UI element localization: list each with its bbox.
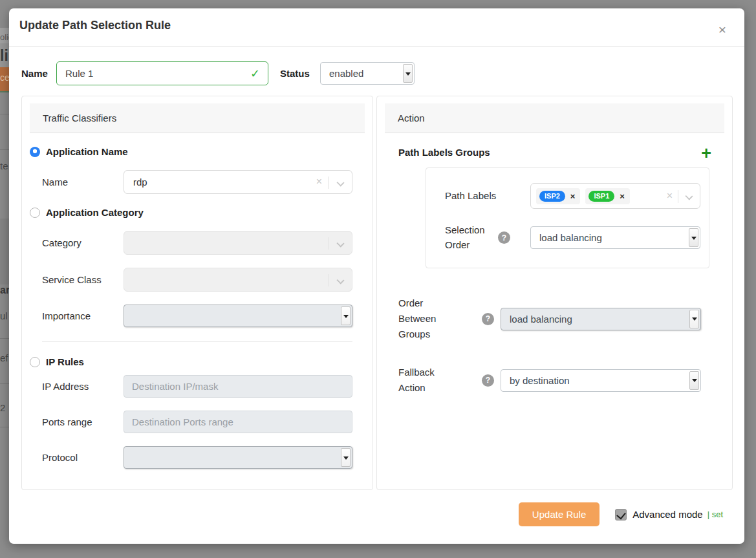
category-label: Category (42, 237, 124, 248)
fallback-action-row: Fallback Action ? by destination (398, 365, 724, 396)
chevron-down-icon (336, 239, 344, 247)
importance-select-disabled (124, 305, 352, 327)
update-path-selection-rule-dialog: Update Path Selection Rule × Name Rule 1… (9, 8, 744, 544)
bg-divider (0, 383, 9, 384)
bg-divider (0, 149, 9, 150)
bg-divider (0, 91, 9, 92)
bg-text-fragment: 2 (0, 402, 5, 413)
fallback-action-label: Fallback Action (398, 365, 445, 396)
advanced-mode-checkbox[interactable] (615, 509, 627, 520)
chevron-down-icon[interactable] (685, 192, 693, 200)
divider (328, 237, 329, 250)
radio-application-name-label[interactable]: Application Name (46, 146, 128, 157)
bg-text-fragment: ul (0, 310, 8, 321)
protocol-label: Protocol (42, 452, 124, 463)
importance-row: Importance (42, 305, 365, 327)
help-icon[interactable]: ? (482, 374, 494, 387)
service-class-row: Service Class (42, 268, 365, 292)
name-label: Name (21, 68, 56, 79)
category-combobox-disabled (124, 231, 352, 255)
path-label-tag: ISP1 × (585, 188, 629, 204)
path-label-tag: ISP2 × (536, 188, 580, 204)
ports-range-row: Ports range (42, 411, 365, 433)
divider (328, 177, 329, 189)
dialog-body: Name Rule 1 ✓ Status enabled Traffic Cla… (9, 47, 744, 490)
status-select[interactable]: enabled (320, 62, 415, 85)
update-rule-button[interactable]: Update Rule (519, 502, 599, 526)
bg-divider (0, 114, 9, 114)
order-between-groups-label: Order Between Groups (398, 295, 445, 342)
radio-unselected-icon[interactable] (30, 208, 40, 218)
fallback-action-select[interactable]: by destination (501, 369, 701, 392)
select-arrow-icon (689, 310, 699, 328)
radio-ip-rules-label[interactable]: IP Rules (46, 356, 84, 367)
remove-tag-icon[interactable]: × (620, 192, 625, 200)
order-between-groups-value: load balancing (510, 314, 572, 325)
ip-address-row: IP Address (42, 375, 365, 398)
service-class-label: Service Class (42, 274, 124, 285)
chevron-down-icon[interactable] (336, 178, 344, 186)
divider (678, 190, 678, 203)
dialog-title: Update Path Selection Rule (19, 19, 729, 32)
radio-application-name[interactable]: Application Name (30, 146, 365, 157)
remove-tag-icon[interactable]: × (570, 192, 576, 200)
selection-order-select[interactable]: load balancing (530, 226, 700, 249)
bg-text-fragment: ar (0, 284, 10, 296)
add-group-icon[interactable]: + (701, 147, 711, 160)
selection-order-value: load balancing (539, 232, 602, 243)
select-arrow-icon (403, 64, 413, 83)
rule-name-value: Rule 1 (65, 68, 93, 79)
bg-text-fragment: li (0, 47, 8, 65)
application-name-combobox[interactable]: rdp × (124, 170, 352, 194)
bg-text-fragment: ef (0, 352, 8, 363)
order-between-groups-row: Order Between Groups ? load balancing (398, 295, 724, 342)
divider (328, 274, 329, 286)
rule-name-input[interactable]: Rule 1 ✓ (56, 61, 268, 85)
help-icon[interactable]: ? (498, 231, 510, 244)
ports-range-input-disabled (124, 411, 352, 433)
panels: Traffic Classifiers Application Name Nam… (21, 96, 733, 490)
path-labels-group-card: Path Labels ISP2 × ISP1 × (426, 167, 709, 268)
radio-application-category-label[interactable]: Application Category (46, 207, 144, 218)
bg-text-fragment: ce (0, 72, 10, 83)
close-icon[interactable]: × (718, 23, 726, 36)
dialog-header: Update Path Selection Rule × (9, 8, 744, 47)
path-labels-row: Path Labels ISP2 × ISP1 × (445, 183, 700, 209)
bg-divider (0, 427, 9, 427)
path-labels-groups-row: Path Labels Groups + (398, 147, 723, 160)
selection-order-label: Selection Order (445, 223, 498, 252)
ip-address-input-disabled (124, 375, 352, 398)
fallback-action-value: by destination (510, 375, 570, 386)
clear-icon[interactable]: × (316, 176, 322, 188)
path-labels-groups-label: Path Labels Groups (398, 147, 490, 158)
action-panel: Action Path Labels Groups + Path Labels … (376, 96, 733, 490)
bg-divider (0, 338, 9, 339)
radio-application-category[interactable]: Application Category (30, 207, 365, 218)
clear-icon[interactable]: × (667, 190, 673, 202)
select-arrow-icon (341, 306, 351, 325)
order-between-groups-select-disabled: load balancing (501, 308, 701, 330)
ip-address-label: IP Address (42, 381, 124, 392)
help-icon[interactable]: ? (482, 313, 494, 325)
bg-text-fragment: te (0, 160, 8, 171)
radio-unselected-icon[interactable] (30, 357, 40, 367)
traffic-classifiers-header: Traffic Classifiers (30, 103, 365, 133)
ports-range-label: Ports range (42, 416, 124, 427)
bg-band (0, 219, 9, 284)
advanced-mode-label[interactable]: Advanced mode (632, 509, 702, 520)
protocol-select-disabled (124, 446, 352, 469)
service-class-combobox-disabled (124, 268, 352, 292)
section-divider (42, 341, 352, 342)
chevron-down-icon (336, 276, 344, 284)
radio-selected-icon[interactable] (30, 147, 40, 157)
valid-check-icon: ✓ (250, 67, 260, 81)
category-row: Category (42, 231, 365, 255)
isp1-tag: ISP1 (589, 191, 614, 202)
status-select-value: enabled (329, 68, 363, 79)
path-labels-multiselect[interactable]: ISP2 × ISP1 × × (530, 183, 700, 209)
radio-ip-rules[interactable]: IP Rules (30, 356, 365, 367)
selection-order-row: Selection Order ? load balancing (445, 223, 700, 252)
app-name-row: Name rdp × (42, 170, 365, 194)
set-link[interactable]: | set (707, 510, 723, 519)
action-header: Action (385, 103, 724, 133)
